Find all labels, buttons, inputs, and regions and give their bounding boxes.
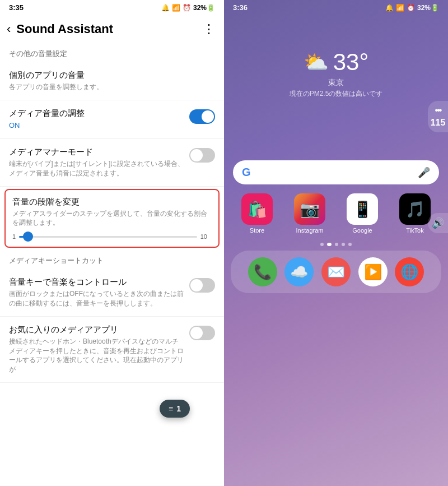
page-dots <box>224 243 448 246</box>
tiktok-icon: 🎵 <box>399 193 431 225</box>
volume-number: 115 <box>431 118 446 128</box>
status-icons-right: 🔔 📶 ⏰ 32%🔋 <box>385 4 439 12</box>
setting-manner-mode[interactable]: メディアマナーモード 端末が[バイブ]または[サイレント]に設定されている場合、… <box>0 139 224 187</box>
media-volume-toggle[interactable] <box>189 109 215 124</box>
signal-icon: 🔔 <box>161 4 170 12</box>
volume-slider-container: 1 10 <box>12 233 207 240</box>
section-label-other: その他の音量設定 <box>0 43 224 62</box>
instagram-label: Instagram <box>296 227 324 234</box>
weather-city: 東京 <box>328 78 344 88</box>
instagram-icon: 📷 <box>294 193 325 225</box>
page-title: Sound Assistant <box>16 22 113 36</box>
slider-track[interactable] <box>19 236 197 238</box>
dock-chrome[interactable]: 🌐 <box>395 257 424 286</box>
dot-1 <box>320 243 324 246</box>
status-bar-left: 3:35 🔔 📶 ⏰ 32%🔋 <box>0 0 224 15</box>
setting-volume-steps[interactable]: 音量の段階を変更 メディアスライダーのステップを選択して、音量の変化する割合を調… <box>4 189 220 248</box>
setting-music-ctrl-desc: 画面がロックまたはOFFになっているとき次の曲または前の曲に移動するには、音量キ… <box>9 289 185 308</box>
setting-vol-steps-desc: メディアスライダーのステップを選択して、音量の変化する割合を調整します。 <box>12 209 207 228</box>
left-panel: 3:35 🔔 📶 ⏰ 32%🔋 ‹ Sound Assistant ⋮ その他の… <box>0 0 224 486</box>
alarm-icon: ⏰ <box>183 4 191 12</box>
setting-fav-app-title: お気に入りのメディアアプリ <box>9 325 185 335</box>
setting-per-app-desc: 各アプリの音量を調整します。 <box>9 82 211 92</box>
app-dock: 📞 ☁️ ✉️ ▶️ 🌐 <box>231 251 441 293</box>
weather-temp: 33° <box>333 49 369 76</box>
setting-per-app-title: 個別のアプリの音量 <box>9 70 211 81</box>
dot-5 <box>348 243 352 246</box>
sound-speaker-icon: 🔊 <box>432 217 444 229</box>
sound-icon-right[interactable]: 🔊 <box>428 213 448 233</box>
status-icons-left: 🔔 📶 ⏰ 32%🔋 <box>161 4 215 12</box>
setting-media-vol-status: ON <box>9 121 185 131</box>
google-icon: 📱 <box>347 193 378 225</box>
manner-mode-toggle[interactable] <box>189 148 215 163</box>
time-left: 3:35 <box>9 3 24 12</box>
status-bar-right: 3:36 🔔 📶 ⏰ 32%🔋 <box>224 0 448 15</box>
app-google[interactable]: 📱 Google <box>338 193 386 234</box>
back-button[interactable]: ‹ <box>4 20 13 39</box>
volume-dots: ••• <box>435 105 441 115</box>
header-left: ‹ Sound Assistant <box>4 20 113 39</box>
slider-max: 10 <box>200 233 207 240</box>
setting-per-app-volume[interactable]: 個別のアプリの音量 各アプリの音量を調整します。 <box>0 62 224 100</box>
fav-app-toggle[interactable] <box>189 326 215 340</box>
setting-vol-steps-text: 音量の段階を変更 メディアスライダーのステップを選択して、音量の変化する割合を調… <box>12 197 207 240</box>
weather-row: ⛅ 33° <box>304 49 369 76</box>
setting-fav-media-app[interactable]: お気に入りのメディアアプリ 接続されたヘッドホン・Bluetoothデバイスなど… <box>0 317 224 383</box>
setting-music-ctrl-text: 音量キーで音楽をコントロール 画面がロックまたはOFFになっているとき次の曲また… <box>9 277 185 308</box>
wifi-icon: 📶 <box>172 4 180 12</box>
store-icon: 🛍️ <box>241 193 273 225</box>
wifi-icon-right: 📶 <box>396 4 404 12</box>
right-panel: 3:36 🔔 📶 ⏰ 32%🔋 ⛅ 33° 東京 現在のPM2.5の数値は高いで… <box>224 0 448 486</box>
battery-text-right: 32%🔋 <box>417 4 439 12</box>
setting-manner-text: メディアマナーモード 端末が[バイブ]または[サイレント]に設定されている場合、… <box>9 147 185 178</box>
microphone-icon[interactable]: 🎤 <box>418 166 430 179</box>
dot-4 <box>342 243 345 246</box>
weather-notice: 現在のPM2.5の数値は高いです <box>290 89 383 99</box>
setting-music-ctrl-title: 音量キーで音楽をコントロール <box>9 277 185 288</box>
slider-min: 1 <box>12 233 16 240</box>
dock-mail[interactable]: ✉️ <box>321 257 351 286</box>
floating-btn-count: 1 <box>176 404 181 413</box>
dock-cloud[interactable]: ☁️ <box>284 257 314 286</box>
signal-icon-right: 🔔 <box>385 4 394 12</box>
app-grid: 🛍️ Store 📷 Instagram 📱 Google 🎵 TikTok <box>233 193 439 234</box>
media-key-label: メディアキーショートカット <box>0 250 224 269</box>
weather-icon: ⛅ <box>304 50 329 74</box>
time-right: 3:36 <box>233 3 248 12</box>
alarm-icon-right: ⏰ <box>407 4 415 12</box>
setting-fav-app-desc: 接続されたヘッドホン・Bluetoothデバイスなどのマルチメディアキーを押した… <box>9 337 185 374</box>
setting-music-control[interactable]: 音量キーで音楽をコントロール 画面がロックまたはOFFになっているとき次の曲また… <box>0 269 224 317</box>
weather-widget: ⛅ 33° 東京 現在のPM2.5の数値は高いです <box>224 49 448 99</box>
volume-bar[interactable]: ••• 115 <box>428 101 448 132</box>
setting-manner-desc: 端末が[バイブ]または[サイレント]に設定されている場合、メディア音量も消音に設… <box>9 159 185 178</box>
setting-manner-title: メディアマナーモード <box>9 147 185 158</box>
floating-btn-icon: ≡ <box>169 404 173 413</box>
floating-button[interactable]: ≡ 1 <box>160 400 190 418</box>
dot-2 <box>327 243 332 246</box>
store-label: Store <box>250 227 264 234</box>
settings-list: 個別のアプリの音量 各アプリの音量を調整します。 メディア音量の調整 ON メデ… <box>0 62 224 461</box>
app-store[interactable]: 🛍️ Store <box>233 193 281 234</box>
setting-media-volume-adj[interactable]: メディア音量の調整 ON <box>0 100 224 139</box>
setting-fav-app-text: お気に入りのメディアアプリ 接続されたヘッドホン・Bluetoothデバイスなど… <box>9 325 185 374</box>
dock-phone[interactable]: 📞 <box>248 257 277 286</box>
slider-thumb[interactable] <box>23 232 33 242</box>
setting-media-vol-text: メディア音量の調整 ON <box>9 108 185 131</box>
music-control-toggle[interactable] <box>189 278 215 293</box>
google-label: Google <box>352 227 372 234</box>
search-bar[interactable]: G 🎤 <box>233 160 439 184</box>
setting-vol-steps-title: 音量の段階を変更 <box>12 197 207 207</box>
dock-play[interactable]: ▶️ <box>358 257 388 286</box>
dot-3 <box>335 243 338 246</box>
setting-per-app-text: 個別のアプリの音量 各アプリの音量を調整します。 <box>9 70 211 92</box>
tiktok-label: TikTok <box>406 227 423 234</box>
app-instagram[interactable]: 📷 Instagram <box>286 193 334 234</box>
more-options-button[interactable]: ⋮ <box>203 22 215 36</box>
google-logo: G <box>242 166 251 179</box>
app-header: ‹ Sound Assistant ⋮ <box>0 15 224 43</box>
battery-text: 32%🔋 <box>193 4 215 12</box>
setting-media-vol-title: メディア音量の調整 <box>9 108 185 119</box>
